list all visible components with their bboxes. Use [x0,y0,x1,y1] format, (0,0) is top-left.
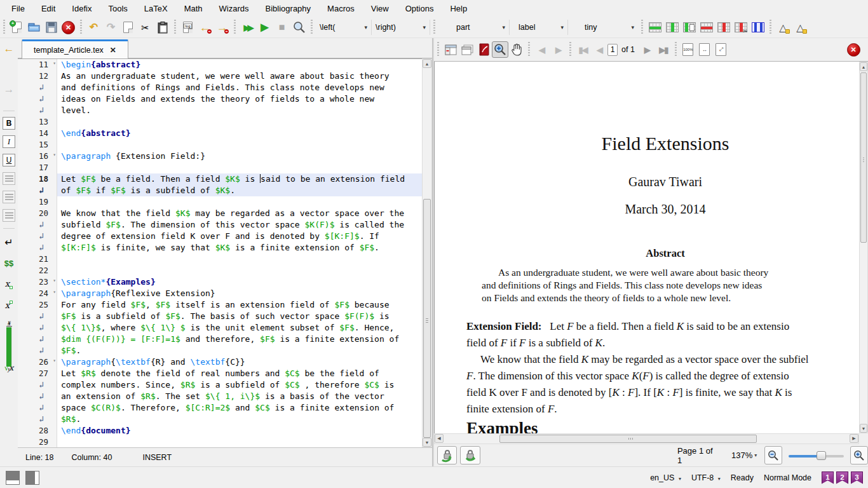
toolbar-handle[interactable] [640,20,644,35]
encoding-selector[interactable]: UTF-8 ▾ [691,473,721,482]
left-delimiter-combo[interactable]: \left( ▾ [316,20,372,35]
code-line[interactable]: $F$ is a subfield of $F$. The basis of s… [57,311,422,322]
code-line[interactable]: \section*{Examples} [57,276,422,288]
code-line[interactable]: $dim {(F(F))} = [F:F]=1$ and therefore, … [57,334,422,345]
dfrac-button[interactable]: xy [1,339,17,355]
math-triangle-button-2[interactable]: △ [792,19,809,36]
gutter-cell[interactable]: ↲ [18,379,57,391]
editor-row[interactable]: 21 [18,254,422,265]
history-forward-button[interactable]: ▶ [550,41,566,58]
gutter-cell[interactable]: ↲ [18,185,57,196]
code-line[interactable]: For any field $F$, $F$ itself is an exte… [57,299,422,311]
code-line[interactable]: $[K:F]$ is finite, we say that $K$ is a … [57,242,422,254]
cut-button[interactable]: ✂ [137,19,154,36]
gutter-cell[interactable]: 29 [18,437,57,447]
superscript-button[interactable]: x [1,297,17,313]
next-page-button[interactable]: ▶ [639,41,655,58]
code-line[interactable]: \end{abstract} [57,128,422,139]
pdf-page[interactable]: Field Extensions Gaurav Tiwari March 30,… [434,62,859,433]
source-editor[interactable]: 11▾\begin{abstract}12As an undergraduate… [18,58,422,447]
editor-row[interactable]: 20We know that the field $K$ may be rega… [18,208,422,219]
add-row-button[interactable] [646,19,663,36]
gutter-cell[interactable]: 18 [18,173,57,185]
subscript-button[interactable]: x [1,276,17,292]
toolbar-handle[interactable] [309,20,314,35]
code-line[interactable] [57,196,422,208]
zoom-slider[interactable] [789,451,844,460]
scroll-down-icon[interactable]: ▼ [860,424,867,433]
gutter-cell[interactable]: 28 [18,425,57,437]
first-page-button[interactable]: ▮◀ [574,41,591,58]
paste-button[interactable] [154,19,171,36]
pdf-vscrollbar[interactable]: ▲ ▼ [859,62,868,433]
editor-vscroll-thumb[interactable] [423,199,431,438]
toolbar-handle[interactable] [568,42,573,57]
fit-width-button[interactable]: ↔ [696,41,713,58]
pages-panel-button[interactable] [459,41,475,58]
previous-error-button[interactable]: ← [196,19,214,36]
toolbar-handle[interactable] [527,42,531,57]
code-line[interactable]: \begin{abstract} [57,59,422,71]
tab-close-icon[interactable]: ✕ [110,46,116,55]
editor-row[interactable]: 23▾\section*{Examples} [18,276,422,288]
editor-row[interactable]: 27Let $R$ denote the field of real numbe… [18,368,422,379]
underline-button[interactable]: U [3,154,15,166]
menu-math[interactable]: Math [184,4,203,13]
new-file-button[interactable]: + [8,19,25,36]
history-back-button[interactable]: ◀ [533,41,550,58]
code-line[interactable]: \paragraph {Extension Field:} [57,151,422,162]
menu-wizards[interactable]: Wizards [219,4,249,13]
zoom-out-button[interactable] [764,446,782,464]
code-line[interactable]: level. [57,105,422,116]
toolbar-handle[interactable] [79,20,83,35]
save-button[interactable] [43,19,60,36]
code-line[interactable]: Let $F$ be a field. Then a field $K$ is … [57,173,422,185]
pdf-hscrollbar[interactable]: ◀ ▶ [434,433,859,444]
fold-marker-icon[interactable]: ▾ [53,275,56,287]
menu-help[interactable]: Help [450,4,467,13]
code-line[interactable]: $F$. [57,345,422,356]
view-pdf-button[interactable] [290,19,308,36]
stop-button[interactable]: ■ [273,19,290,36]
editor-row[interactable]: ↲$dim {(F(F))} = [F:F]=1$ and therefore,… [18,334,422,345]
fold-marker-icon[interactable]: ▾ [53,287,56,298]
language-selector[interactable]: en_US ▾ [650,473,681,482]
bold-button[interactable]: B [3,117,15,130]
quick-build-button[interactable]: ▶▶ [239,19,256,36]
toolbar-handle[interactable] [674,42,678,57]
close-pdf-button[interactable]: ✕ [845,41,862,58]
align-left-button[interactable] [3,172,15,185]
code-line[interactable]: and definitions of Rings and Fields. Thi… [57,82,422,93]
gutter-cell[interactable]: 11▾ [18,59,57,71]
editor-row[interactable]: ↲ideas on Fields and extends the theory … [18,93,422,105]
scroll-down-icon[interactable]: ▼ [423,438,431,447]
inline-math-button[interactable]: $$ [1,255,17,271]
code-line[interactable]: \end{document} [57,425,422,437]
copy-button[interactable] [119,19,137,36]
menu-macros[interactable]: Macros [327,4,355,13]
gutter-cell[interactable]: ↲ [18,311,57,322]
gutter-cell[interactable]: ↲ [18,414,57,425]
next-error-button[interactable]: → [214,19,231,36]
scroll-right-icon[interactable]: ▶ [850,434,858,443]
gutter-cell[interactable]: ↲ [18,402,57,414]
code-line[interactable]: space $C(R)$. Therefore, $[C:R]=2$ and $… [57,402,422,414]
editor-row[interactable]: ↲level. [18,105,422,116]
hand-tool-button[interactable] [508,41,525,58]
paste-column-button[interactable] [681,19,698,36]
menu-latex[interactable]: LaTeX [144,4,168,13]
gutter-cell[interactable]: ↲ [18,231,57,242]
zoom-in-button[interactable] [850,446,868,464]
gutter-cell[interactable]: ↲ [18,345,57,356]
italic-button[interactable]: I [3,135,15,148]
code-line[interactable]: \paragraph{Reflexive Extension} [57,288,422,299]
code-line[interactable]: As an undergraduate student, we were wel… [57,71,422,82]
fold-marker-icon[interactable]: ▾ [53,58,56,69]
zoom-original-button[interactable]: 100% [680,41,696,58]
editor-row[interactable]: 17 [18,162,422,173]
pdf-hscroll-thumb[interactable] [499,435,757,443]
editor-row[interactable]: 11▾\begin{abstract} [18,59,422,71]
editor-row[interactable]: 29 [18,437,422,447]
gutter-cell[interactable]: 19 [18,196,57,208]
fit-page-button[interactable]: ⤢ [713,41,729,58]
